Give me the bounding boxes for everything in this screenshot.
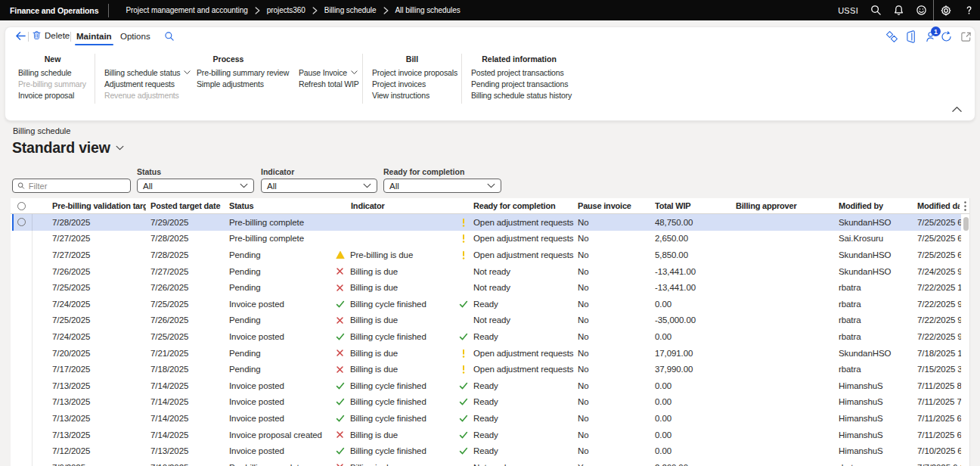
user-notification-icon[interactable]: 1 (925, 30, 939, 44)
grid-row[interactable]: 7/13/20257/14/2025Invoice postedBilling … (11, 394, 969, 411)
grid-row[interactable]: 7/27/20257/28/2025PendingPre-billing is … (11, 247, 969, 263)
error-icon (336, 267, 350, 275)
feedback-smiley-icon[interactable] (910, 0, 932, 20)
actionpane-search-icon[interactable] (164, 31, 175, 42)
breadcrumb-item[interactable]: Billing schedule (324, 6, 377, 14)
ready-for-completion-filter-dropdown[interactable]: All (383, 179, 501, 193)
search-icon[interactable] (864, 0, 887, 20)
notifications-bell-icon[interactable] (887, 0, 910, 20)
ribbon-button[interactable]: Simple adjustments (197, 78, 289, 89)
check-icon (336, 300, 350, 309)
grid-row[interactable]: 7/24/20257/25/2025Invoice postedBilling … (11, 296, 969, 312)
tab-maintain[interactable]: Maintain (73, 27, 115, 45)
quick-filter-input[interactable] (29, 182, 126, 191)
quick-filter-input-wrap (12, 179, 131, 193)
grid-header-kebab-icon[interactable] (960, 198, 969, 214)
grid-column-header[interactable]: Modified by (839, 198, 914, 213)
grid-column-header[interactable]: Total WIP (655, 198, 734, 213)
ribbon-group-title: Process (213, 54, 244, 64)
grid-cell (736, 279, 834, 296)
grid-column-header[interactable]: Billing approver (736, 198, 834, 213)
breadcrumb-item[interactable]: All billing schedules (395, 6, 461, 14)
ribbon-button[interactable]: Pending project transactions (471, 78, 572, 89)
grid-cell: No (578, 328, 653, 345)
check-icon (336, 397, 350, 406)
grid-cell (736, 377, 834, 394)
grid-cell: 7/27/2025 (52, 247, 149, 263)
select-all-checkbox[interactable] (17, 202, 26, 210)
indicator-filter-dropdown[interactable]: All (261, 179, 377, 193)
grid-cell: 7/13/2025 (52, 377, 149, 394)
grid-column-header[interactable]: Pre-billing validation targ... (52, 198, 146, 213)
chevron-down-icon (351, 70, 358, 75)
grid-row[interactable]: 7/27/20257/28/2025Pre-billing completeOp… (11, 231, 969, 247)
grid-cell (736, 247, 834, 263)
ribbon-button[interactable]: Project invoices (372, 78, 457, 89)
grid-cell-text: Billing cycle finished (350, 300, 426, 309)
grid-cell: 7/28/2025 (150, 247, 228, 263)
view-selector[interactable]: Standard view (12, 139, 124, 157)
grid-row[interactable]: 7/12/20257/13/2025Invoice postedBilling … (11, 443, 969, 459)
grid-column-header[interactable]: Ready for completion (473, 198, 576, 213)
grid-column-header[interactable]: Posted target date (150, 198, 228, 213)
open-in-new-window-icon[interactable] (959, 30, 973, 44)
grid-cell: 0.00 (655, 410, 734, 427)
grid-cell: 7/26/2025 (150, 312, 228, 329)
tab-options[interactable]: Options (117, 27, 154, 45)
grid-cell: 7/25/2025 6 (917, 214, 961, 231)
grid-row[interactable]: 7/17/20257/18/2025PendingBilling is dueO… (11, 361, 969, 377)
collapse-action-pane-icon[interactable] (952, 106, 963, 113)
grid-cell: rbatra (839, 312, 914, 329)
ribbon-button[interactable]: Adjustment requests (104, 78, 191, 89)
grid-row[interactable]: 7/13/20257/14/2025Invoice postedBilling … (11, 410, 969, 427)
grid-column-header[interactable]: Status (229, 198, 334, 213)
ribbon-button[interactable]: Posted project transactions (471, 67, 572, 78)
settings-gear-icon[interactable] (935, 0, 957, 20)
ribbon-button[interactable]: View instructions (372, 89, 457, 101)
grid-row[interactable]: 7/24/20257/25/2025Invoice postedBilling … (11, 328, 969, 345)
breadcrumb-item[interactable]: projects360 (267, 6, 305, 14)
grid-row[interactable]: 7/25/20257/26/2025PendingBilling is dueN… (11, 279, 969, 296)
grid-row[interactable]: 7/13/20257/14/2025Invoice postedBilling … (11, 377, 969, 394)
grid-column-header[interactable]: Indicator (351, 198, 457, 213)
grid-row[interactable]: 7/9/20257/10/2025Pre-billing completeBil… (11, 459, 969, 466)
grid-row[interactable]: 7/25/20257/26/2025PendingBilling is dueN… (11, 312, 969, 329)
refresh-icon[interactable] (939, 30, 954, 44)
row-select-checkbox[interactable] (17, 218, 26, 226)
ribbon-group-title: Related information (482, 54, 557, 64)
grid-cell: Yes (578, 459, 653, 466)
ribbon-button[interactable]: Billing schedule status history (471, 89, 572, 101)
grid-cell (736, 231, 834, 247)
ribbon-button[interactable]: Refresh total WIP (299, 78, 359, 89)
status-filter-dropdown[interactable]: All (137, 179, 254, 193)
ribbon-button[interactable]: Billing schedule status (104, 67, 191, 78)
environment-name[interactable]: USSI (838, 6, 858, 15)
vertical-scrollbar-thumb[interactable] (963, 217, 969, 231)
app-title[interactable]: Finance and Operations (0, 6, 108, 15)
breadcrumb-item[interactable]: Project management and accounting (126, 6, 247, 14)
grid-row[interactable]: 7/26/20257/27/2025PendingBilling is dueN… (11, 263, 969, 280)
shapes-icon[interactable] (885, 30, 899, 44)
grid-cell: rbatra (839, 328, 914, 345)
ribbon-button[interactable]: Project invoice proposals (372, 67, 457, 78)
ribbon-button[interactable]: Billing schedule (18, 67, 86, 78)
grid-cell (736, 345, 834, 362)
grid-column-header[interactable]: Modified dat (917, 198, 960, 213)
ribbon-button: Pre-billing summary (18, 78, 86, 89)
back-arrow-icon[interactable] (15, 30, 27, 42)
grid-row[interactable]: 7/13/20257/14/2025Invoice proposal creat… (11, 427, 969, 443)
grid-column-header[interactable]: Pause invoice (578, 198, 653, 213)
grid-cell: 7/24/2025 (52, 296, 149, 312)
breadcrumb-chevron-icon (312, 7, 318, 14)
ribbon-button[interactable]: Pause Invoice (299, 67, 359, 78)
ribbon-column: Posted project transactionsPending proje… (471, 67, 572, 101)
grid-row[interactable]: 7/28/20257/29/2025Pre-billing completeOp… (11, 214, 969, 231)
topbar-divider (933, 0, 934, 20)
grid-cell: No (578, 296, 653, 312)
office-apps-icon[interactable] (904, 30, 918, 44)
ribbon-button[interactable]: Pre-billing summary review (197, 67, 289, 78)
ribbon-button[interactable]: Invoice proposal (18, 89, 86, 101)
help-icon[interactable] (957, 0, 980, 20)
grid-row[interactable]: 7/20/20257/21/2025PendingBilling is dueO… (11, 345, 969, 362)
delete-button[interactable]: Delete (32, 30, 70, 40)
